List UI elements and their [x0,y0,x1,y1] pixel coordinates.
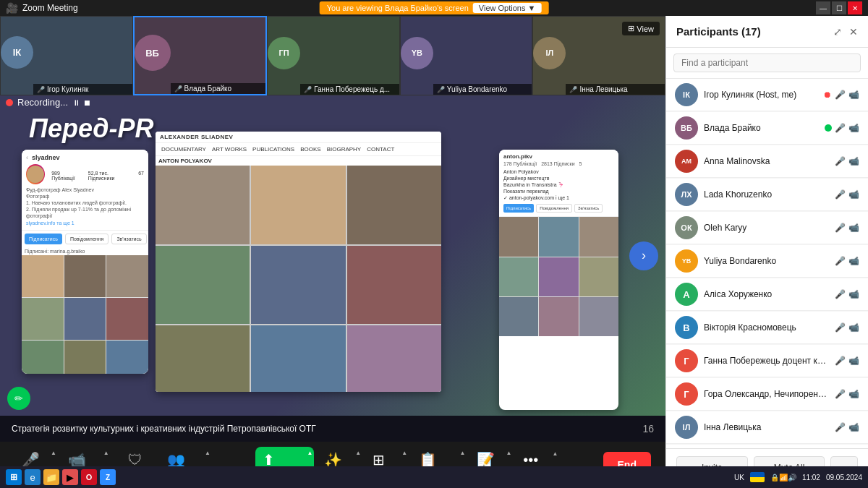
search-input[interactable] [673,53,861,72]
participant-name-0: Ігор Кулиняк [47,85,88,93]
participant-controls-1: 🎤 📹 [825,123,859,133]
slide-caption: Стратегія розвитку культурних і креативн… [0,416,665,442]
opera-icon[interactable]: O [81,469,97,485]
participant-controls-10: 🎤 📹 [835,422,859,432]
participant-row-6[interactable]: А Аліса Хоруженко 🎤 📹 [666,278,868,311]
video-arrow-icon: ▲ [103,450,109,456]
popout-icon[interactable]: ⤢ [833,26,842,38]
participant-controls-3: 🎤 📹 [835,189,859,200]
participant-row-0[interactable]: ІК Ігор Кулиняк (Host, me) ⏺ 🎤 📹 [666,79,868,111]
close-panel-icon[interactable]: ✕ [849,26,858,38]
view-button[interactable]: ⊞ View [622,22,660,35]
title-area: 🎥 Zoom Meeting [6,2,78,14]
more-arrow-icon: ▲ [552,450,558,457]
photo-gallery-panel: ALEXANDER SLIADNEV DOCUMENTARY ART WORKS… [156,132,441,392]
participant-name-panel-10: Інна Левицька [704,422,829,432]
message-button[interactable]: Повідомлення [65,234,109,244]
content-area: ІК 🎤 Ігор Кулиняк ВБ 🎤 Влада Брайко ГП [0,16,665,488]
participant-row-10[interactable]: ІЛ Інна Левицька 🎤 📹 [666,411,868,444]
right-message-button[interactable]: Повідомлення [536,204,572,213]
unmute-arrow-icon: ▲ [51,450,56,456]
titlebar: 🎥 Zoom Meeting You are viewing Влада Бра… [0,0,868,16]
participant-avatar-5: YB [675,249,698,273]
window-controls: — ☐ ✕ [816,1,862,14]
video-thumb-3[interactable]: YB 🎤 Yuliya Bondarenko [400,16,533,95]
slide-next-button[interactable]: › [629,241,658,270]
recording-label: Recording... [17,97,68,108]
video-icon-0: 📹 [848,90,859,100]
participant-avatar-2: AM [675,150,698,173]
video-icon-7: 📹 [848,322,859,333]
language-indicator: UK [734,474,744,481]
record-icon-0: ⏺ [823,90,832,100]
zoom-taskbar-icon[interactable]: Z [100,469,116,485]
panel-title: Participants (17) [676,25,761,38]
participant-controls-9: 🎤 📹 [835,389,859,399]
insta-actions[interactable]: Підписатись Повідомлення Зв'язатись [22,231,148,247]
video-thumb-0[interactable]: ІК 🎤 Ігор Кулиняк [0,16,133,95]
panel-header: Participants (17) ⤢ ✕ [666,16,868,48]
mute-icon-1: 🎤 [174,85,182,93]
participant-name-panel-2: Anna Malinovska [704,156,829,166]
annotation-button[interactable]: ✏ [7,387,30,410]
view-options-button[interactable]: View Options ▼ [473,3,542,13]
participant-row-2[interactable]: AM Anna Malinovska 🎤 📹 [666,145,868,178]
instagram-right-panel: anton.pikv 178 Публікації2813 Підписки5 … [499,150,618,410]
participant-avatar-8: Г [675,349,698,372]
minimize-button[interactable]: — [816,1,830,14]
start-button[interactable]: ⊞ [6,469,22,485]
participant-name-panel-8: Ганна Побережець доцент ка... [704,356,829,366]
media-icon[interactable]: ▶ [62,469,78,485]
instagram-header: ‹ slyadnev 989 Публікації52,8 тис. Підпи… [22,150,148,231]
participant-avatar-10: ІЛ [675,416,698,439]
mic-icon-5: 🎤 [835,256,846,266]
participant-avatar-4: ОК [675,216,698,239]
participant-row-4[interactable]: ОК Oleh Karyy 🎤 📹 [666,212,868,244]
maximize-button[interactable]: ☐ [832,1,846,14]
subscribe-button[interactable]: Підписатись [25,234,62,244]
video-icon-8: 📹 [848,356,859,366]
participant-name-2: Ганна Побережець д... [314,85,390,93]
video-thumb-2[interactable]: ГП 🎤 Ганна Побережець д... [267,16,400,95]
stop-recording-button[interactable]: ⏹ [83,98,91,107]
mic-icon-0: 🎤 [835,90,846,100]
instagram-left-panel: ‹ slyadnev 989 Публікації52,8 тис. Підпи… [22,150,148,374]
participant-name-panel-6: Аліса Хоруженко [704,289,829,299]
slide-page-number: 16 [642,423,654,435]
taskbar-date: 09.05.2024 [826,474,862,481]
video-icon-2: 📹 [848,156,859,166]
insta-username: slyadnev [32,154,60,161]
video-icon-1: 📹 [848,123,859,133]
chevron-down-icon: ▼ [527,4,535,12]
participant-avatar-6: А [675,283,698,306]
pause-recording-button[interactable]: ⏸ [72,98,80,107]
participant-row-9[interactable]: Г Гора Олександр, Нечипоренк... 🎤 📹 [666,378,868,411]
mute-icon-2: 🎤 [304,86,312,93]
participant-row-3[interactable]: ЛХ Lada Khoruzenko 🎤 📹 [666,179,868,211]
close-button[interactable]: ✕ [848,1,862,14]
search-bar [666,48,868,79]
video-icon-4: 📹 [848,223,859,233]
taskbar: ⊞ e 📁 ▶ O Z UK 🔒📶🔊 11:02 09.05.2024 [0,466,868,488]
contact-button[interactable]: Зв'язатись [111,234,146,244]
participant-controls-8: 🎤 📹 [835,356,859,366]
participant-name-panel-0: Ігор Кулиняк (Host, me) [704,90,817,100]
participant-name-3: Yuliya Bondarenko [447,85,507,93]
participant-row-5[interactable]: YB Yuliya Bondarenko 🎤 📹 [666,245,868,278]
participant-row-1[interactable]: ВБ Влада Брайко 🎤 📹 [666,112,868,145]
participant-row-7[interactable]: В Вікторія Красномовець 🎤 📹 [666,312,868,344]
right-subscribe-button[interactable]: Підписатись [503,204,534,213]
participant-controls-0: ⏺ 🎤 📹 [823,90,859,100]
participant-name-panel-1: Влада Брайко [704,123,819,133]
participant-avatar-7: В [675,316,698,339]
right-contact-button[interactable]: Зв'язатись [574,204,603,213]
mic-icon-1: 🎤 [835,123,846,133]
zoom-logo-icon: 🎥 [6,2,18,14]
mic-icon-6: 🎤 [835,289,846,299]
ie-icon[interactable]: e [25,469,41,485]
slide-caption-text: Стратегія розвитку культурних і креативн… [12,424,316,434]
participant-row-8[interactable]: Г Ганна Побережець доцент ка... 🎤 📹 [666,345,868,377]
video-thumb-1[interactable]: ВБ 🎤 Влада Брайко [133,16,268,95]
folder-icon[interactable]: 📁 [43,469,59,485]
participant-controls-6: 🎤 📹 [835,289,859,299]
